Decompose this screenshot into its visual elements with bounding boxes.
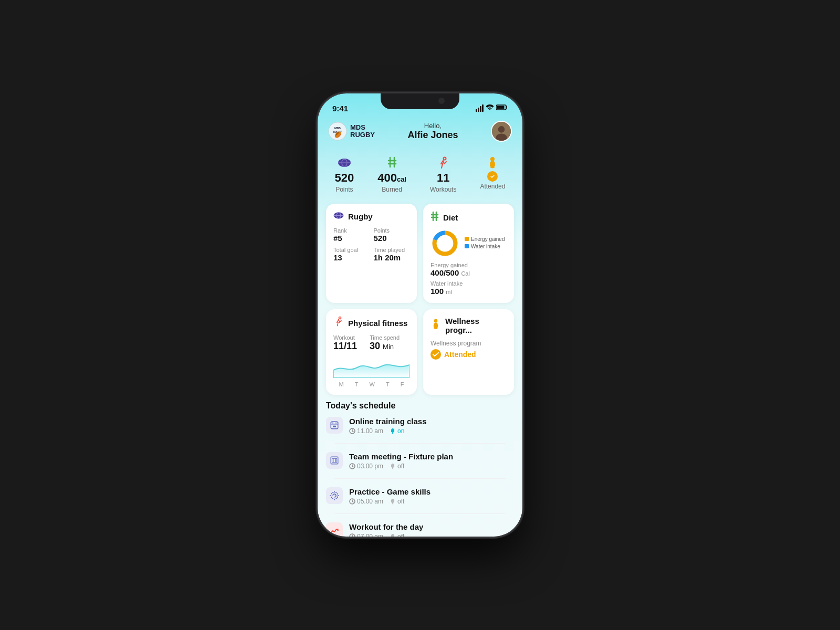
- attended-icon: [487, 155, 498, 170]
- svg-point-32: [434, 323, 438, 329]
- stat-points[interactable]: 520 Points: [334, 155, 354, 193]
- svg-point-7: [498, 126, 505, 133]
- svg-rect-1: [497, 106, 505, 109]
- fitness-wellness-row: Physical fitness Workout 11/11 Time spen…: [318, 309, 522, 401]
- day-wed: W: [370, 381, 375, 387]
- schedule-bell-3: off: [390, 498, 404, 505]
- day-tue: T: [355, 381, 359, 387]
- svg-rect-34: [331, 422, 338, 429]
- schedule-icon-2: [326, 452, 343, 469]
- diet-card-title: Diet: [443, 213, 458, 222]
- stat-attended[interactable]: Attended: [480, 155, 505, 193]
- schedule-meta-2: 03.00 pm off: [349, 463, 514, 470]
- phone-screen: 9:41: [318, 93, 522, 537]
- schedule-item-1[interactable]: Online training class 11.00 am on: [326, 417, 514, 435]
- wellness-subtitle: Wellness program: [430, 340, 507, 347]
- schedule-meta-3: 05.00 am off: [349, 498, 514, 505]
- rugby-card[interactable]: Rugby Rank #5 Points 520 Total goal: [326, 204, 417, 303]
- notch: [381, 93, 459, 109]
- phone-frame: 9:41: [318, 93, 522, 537]
- svg-text:🏉: 🏉: [334, 131, 342, 138]
- calories-icon: [386, 155, 398, 170]
- rugby-diet-row: Rugby Rank #5 Points 520 Total goal: [318, 204, 522, 309]
- rugby-stats: Rank #5 Points 520 Total goal 13 Time: [333, 227, 410, 262]
- schedule-bell-2: off: [390, 463, 404, 470]
- fitness-card[interactable]: Physical fitness Workout 11/11 Time spen…: [326, 309, 417, 395]
- schedule-name-2: Team meeting - Fixture plan: [349, 452, 514, 461]
- svg-point-36: [332, 422, 333, 423]
- legend-water-dot: [465, 244, 469, 248]
- divider-1: [334, 443, 506, 444]
- svg-rect-38: [333, 426, 336, 427]
- schedule-bell-1: on: [390, 427, 404, 435]
- svg-rect-47: [392, 467, 394, 468]
- schedule-name-3: Practice - Game skills: [349, 487, 514, 496]
- schedule-content-4: Workout for the day 07.00 am off: [349, 522, 514, 537]
- svg-rect-40: [392, 432, 394, 433]
- energy-value: 400/500 Cal: [430, 268, 507, 277]
- logo-subtitle: RUGBY: [350, 131, 375, 139]
- schedule-content-1: Online training class 11.00 am on: [349, 417, 514, 435]
- calories-value: 400cal: [377, 171, 406, 185]
- svg-point-8: [496, 134, 507, 142]
- greeting-name: Alfie Jones: [407, 130, 458, 141]
- fitness-card-title: Physical fitness: [348, 319, 407, 328]
- diet-card[interactable]: Diet Energ: [423, 204, 514, 303]
- svg-point-30: [339, 317, 341, 319]
- svg-point-48: [392, 468, 393, 469]
- svg-rect-55: [392, 502, 394, 503]
- battery-icon: [496, 104, 508, 112]
- attended-label: Attended: [480, 183, 505, 190]
- schedule-item-4[interactable]: Workout for the day 07.00 am off: [326, 522, 514, 537]
- wellness-card[interactable]: Wellness progr... Wellness program Atten…: [423, 309, 514, 395]
- wave-chart: [333, 357, 410, 378]
- schedule-bell-4: off: [390, 533, 404, 537]
- front-camera: [438, 98, 445, 104]
- svg-point-31: [434, 319, 438, 323]
- points-label: Points: [335, 186, 353, 193]
- rugby-time: Time played 1h 20m: [374, 247, 410, 262]
- svg-point-56: [392, 503, 393, 505]
- svg-rect-43: [332, 458, 337, 463]
- svg-point-49: [331, 492, 338, 499]
- signal-bar-3: [480, 106, 481, 112]
- main-content[interactable]: MDS RUGBY 🏉 MDS RUGBY Hello, Alfie Jones: [318, 117, 522, 537]
- greeting: Hello, Alfie Jones: [407, 122, 458, 141]
- schedule-time-3: 05.00 am: [349, 498, 383, 505]
- day-thu: T: [386, 381, 390, 387]
- signal-bar-2: [478, 108, 479, 112]
- rugby-points: Points 520: [374, 227, 410, 243]
- water-value: 100 ml: [430, 287, 507, 296]
- workouts-label: Workouts: [430, 186, 456, 193]
- fitness-stats: Workout 11/11 Time spend 30 Min: [333, 334, 410, 352]
- logo-name: MDS: [350, 124, 375, 131]
- logo-text: MDS RUGBY: [350, 124, 375, 139]
- rugby-rank: Rank #5: [333, 227, 370, 243]
- schedule-item-2[interactable]: Team meeting - Fixture plan 03.00 pm off: [326, 452, 514, 470]
- fitness-workout: Workout 11/11: [333, 334, 357, 352]
- schedule-content-3: Practice - Game skills 05.00 am off: [349, 487, 514, 505]
- stat-workouts[interactable]: 11 Workouts: [430, 155, 456, 193]
- rugby-card-header: Rugby: [333, 211, 410, 222]
- schedule-content-2: Team meeting - Fixture plan 03.00 pm off: [349, 452, 514, 470]
- diet-donut: [430, 229, 459, 258]
- diet-water-section: Water intake 100 ml: [430, 280, 507, 296]
- logo-area: MDS RUGBY 🏉 MDS RUGBY: [328, 122, 375, 141]
- wellness-icon: [430, 319, 441, 332]
- wellness-card-header: Wellness progr...: [430, 317, 507, 334]
- schedule-item-3[interactable]: Practice - Game skills 05.00 am off: [326, 487, 514, 505]
- svg-point-18: [490, 161, 495, 168]
- diet-energy-section: Energy gained 400/500 Cal: [430, 262, 507, 277]
- points-value: 520: [334, 171, 354, 185]
- status-icons: [476, 104, 508, 112]
- schedule-meta-1: 11.00 am on: [349, 427, 514, 435]
- fitness-time-value: 30 Min: [370, 341, 400, 352]
- attended-status: Attended: [430, 349, 507, 360]
- diet-card-header: Diet: [430, 211, 507, 224]
- day-fri: F: [401, 381, 404, 387]
- svg-point-37: [335, 422, 337, 423]
- wellness-card-title: Wellness progr...: [445, 317, 507, 334]
- stats-row: 520 Points 400cal B: [318, 150, 522, 204]
- avatar[interactable]: [491, 121, 512, 142]
- stat-calories[interactable]: 400cal Burned: [377, 155, 406, 193]
